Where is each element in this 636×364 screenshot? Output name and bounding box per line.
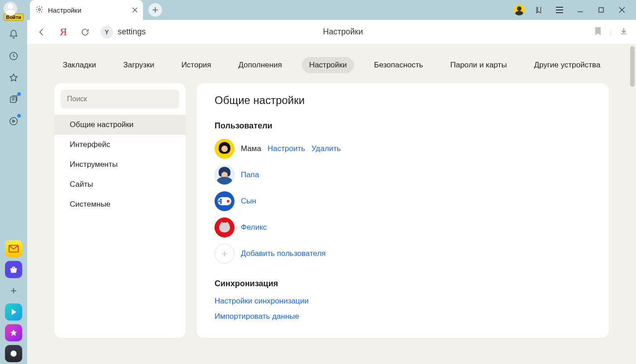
tab-title: Настройки xyxy=(48,6,128,14)
add-user-link[interactable]: Добавить пользователя xyxy=(241,249,326,258)
address-bar: Я Y settings Настройки | xyxy=(27,20,636,44)
downloads-icon[interactable] xyxy=(620,27,628,37)
app-mail-icon[interactable] xyxy=(5,240,22,257)
page-title: Настройки xyxy=(100,27,585,37)
navtab-history[interactable]: История xyxy=(174,57,219,73)
profile-avatar-icon xyxy=(4,2,17,15)
user-name: Мама xyxy=(241,144,261,153)
user-avatar-icon xyxy=(215,139,234,159)
current-profile-avatar-icon[interactable] xyxy=(514,5,525,15)
sidebar-profile[interactable]: Войти xyxy=(4,2,24,21)
navtab-security[interactable]: Безопасность xyxy=(367,57,430,73)
app-zen-icon[interactable] xyxy=(5,324,22,341)
browser-sidebar: Войти xyxy=(0,0,27,364)
user-delete-link[interactable]: Удалить xyxy=(311,144,341,153)
extensions-icon[interactable] xyxy=(528,1,549,19)
settings-content: Закладки Загрузки История Дополнения Нас… xyxy=(27,44,636,364)
side-item-interface[interactable]: Интерфейс xyxy=(54,135,186,155)
settings-side-panel: Общие настройки Интерфейс Инструменты Са… xyxy=(54,83,186,338)
user-name-link[interactable]: Сын xyxy=(241,197,256,206)
main-heading: Общие настройки xyxy=(215,94,591,107)
navtab-bookmarks[interactable]: Закладки xyxy=(56,57,104,73)
side-item-system[interactable]: Системные xyxy=(54,194,186,214)
user-row-current: Мама Настроить Удалить xyxy=(215,139,591,159)
user-avatar-icon xyxy=(215,217,234,237)
navtab-devices[interactable]: Другие устройства xyxy=(527,57,608,73)
separator: | xyxy=(610,28,612,36)
menu-icon[interactable] xyxy=(549,1,570,19)
svg-point-2 xyxy=(10,118,18,125)
users-section-title: Пользователи xyxy=(215,121,591,131)
user-row[interactable]: Папа xyxy=(215,165,591,185)
svg-point-5 xyxy=(38,8,41,10)
notification-dot-icon xyxy=(17,114,21,118)
add-panel-icon[interactable] xyxy=(4,281,24,301)
user-configure-link[interactable]: Настроить xyxy=(268,144,305,153)
app-alice-icon[interactable] xyxy=(5,345,22,362)
nav-home-button[interactable]: Я xyxy=(57,26,70,38)
navtab-passwords[interactable]: Пароли и карты xyxy=(443,57,514,73)
side-item-general[interactable]: Общие настройки xyxy=(54,115,186,135)
add-user-row[interactable]: + Добавить пользователя xyxy=(215,244,591,264)
user-name-link[interactable]: Феликс xyxy=(241,223,267,232)
side-item-tools[interactable]: Инструменты xyxy=(54,155,186,175)
notifications-icon[interactable] xyxy=(4,24,24,44)
window-minimize-button[interactable] xyxy=(570,1,591,19)
browser-tab[interactable]: Настройки xyxy=(30,0,143,20)
plus-icon: + xyxy=(215,244,234,264)
collections-icon[interactable] xyxy=(4,90,24,109)
bookmark-icon[interactable] xyxy=(594,27,602,37)
new-tab-button[interactable] xyxy=(148,3,162,17)
nav-back-button[interactable] xyxy=(35,26,48,38)
media-icon[interactable] xyxy=(4,111,24,131)
gear-icon xyxy=(35,5,43,15)
navtab-downloads[interactable]: Загрузки xyxy=(116,57,161,73)
settings-search xyxy=(61,90,179,109)
svg-point-4 xyxy=(10,350,16,356)
window-close-button[interactable] xyxy=(612,1,632,19)
app-kinopoisk-icon[interactable] xyxy=(5,303,22,321)
side-item-sites[interactable]: Сайты xyxy=(54,175,186,194)
settings-nav-tabs: Закладки Загрузки История Дополнения Нас… xyxy=(27,44,636,83)
user-avatar-icon xyxy=(215,191,234,211)
nav-reload-button[interactable] xyxy=(79,26,91,38)
search-input[interactable] xyxy=(61,90,179,109)
scrollbar-thumb[interactable] xyxy=(630,46,635,87)
notification-dot-icon xyxy=(17,92,21,96)
settings-main-panel: Общие настройки Пользователи Мама Настро… xyxy=(196,83,609,338)
user-row[interactable]: Сын xyxy=(215,191,591,211)
user-avatar-icon xyxy=(215,165,234,185)
login-badge[interactable]: Войти xyxy=(4,14,24,21)
favorites-icon[interactable] xyxy=(4,68,24,88)
history-icon[interactable] xyxy=(4,46,24,66)
svg-rect-6 xyxy=(599,8,603,12)
navtab-addons[interactable]: Дополнения xyxy=(231,57,289,73)
navtab-settings[interactable]: Настройки xyxy=(302,57,354,73)
import-data-link[interactable]: Импортировать данные xyxy=(215,312,591,321)
scrollbar[interactable] xyxy=(629,44,636,364)
window-maximize-button[interactable] xyxy=(591,1,612,19)
sync-settings-link[interactable]: Настройки синхронизации xyxy=(215,297,591,306)
sync-section-title: Синхронизация xyxy=(215,279,591,288)
tab-bar: Настройки xyxy=(27,0,636,20)
user-row[interactable]: Феликс xyxy=(215,217,591,237)
user-name-link[interactable]: Папа xyxy=(241,170,259,180)
tab-close-icon[interactable] xyxy=(132,6,138,14)
app-market-icon[interactable] xyxy=(5,261,22,278)
